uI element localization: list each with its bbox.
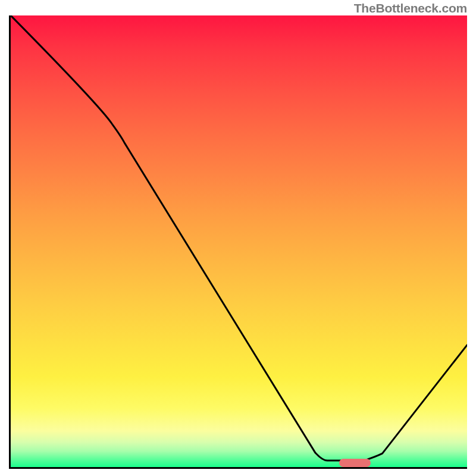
attribution-label: TheBottleneck.com (354, 1, 467, 15)
plot-area (9, 15, 467, 469)
optimal-range-marker (339, 459, 371, 467)
bottleneck-curve (11, 15, 467, 467)
chart-frame: TheBottleneck.com (0, 0, 476, 476)
